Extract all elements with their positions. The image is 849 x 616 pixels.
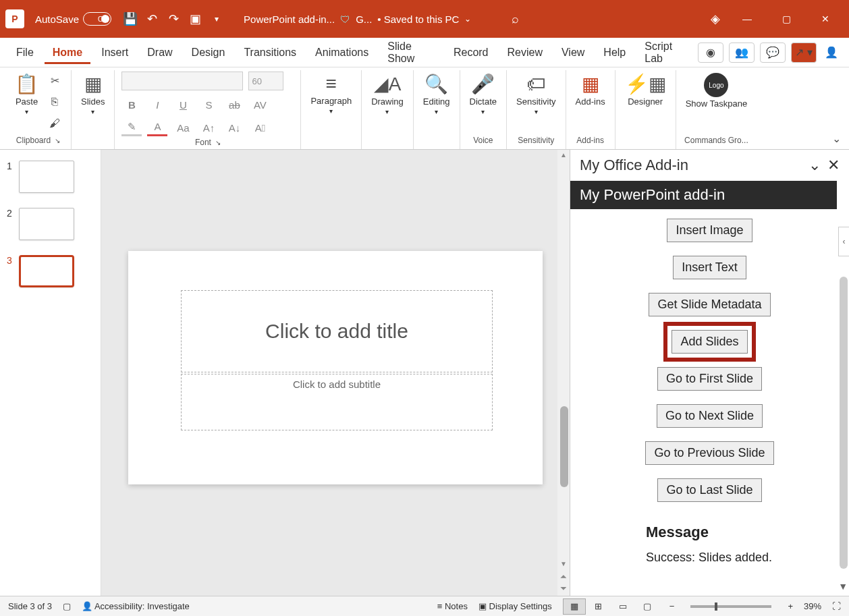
tab-file[interactable]: File bbox=[8, 41, 42, 64]
underline-button[interactable]: U bbox=[173, 96, 193, 113]
display-settings-button[interactable]: ▣ Display Settings bbox=[478, 601, 552, 611]
designer-button[interactable]: ⚡▦Designer bbox=[622, 72, 669, 108]
tab-review[interactable]: Review bbox=[499, 41, 551, 64]
addins-button[interactable]: ▦Add-ins bbox=[573, 72, 608, 108]
accessibility-status[interactable]: 👤 Accessibility: Investigate bbox=[82, 601, 190, 611]
share-button[interactable]: ↗ ▾ bbox=[791, 43, 817, 63]
insert-text-button[interactable]: Insert Text bbox=[673, 256, 746, 279]
autosave-toggle[interactable]: AutoSave Off bbox=[35, 12, 111, 26]
tab-animations[interactable]: Animations bbox=[307, 41, 377, 64]
thumbnail-2[interactable]: 2 bbox=[7, 208, 94, 240]
zoom-slider[interactable] bbox=[690, 605, 771, 608]
sorter-view-icon[interactable]: ⊞ bbox=[587, 598, 610, 615]
get-slide-metadata-button[interactable]: Get Slide Metadata bbox=[649, 293, 770, 316]
save-icon[interactable]: 💾 bbox=[119, 8, 141, 30]
comments-icon[interactable]: 💬 bbox=[760, 43, 786, 63]
scroll-thumb[interactable] bbox=[560, 406, 568, 487]
diamond-icon[interactable]: ◈ bbox=[705, 8, 726, 30]
tab-slideshow[interactable]: Slide Show bbox=[379, 35, 443, 70]
scroll-down-icon[interactable]: ▼ bbox=[560, 560, 567, 567]
chevron-down-icon[interactable]: ⌄ bbox=[809, 157, 821, 174]
font-size-combo[interactable]: 60 bbox=[248, 72, 283, 90]
add-slides-button[interactable]: Add Slides bbox=[672, 330, 747, 354]
slideshow-view-icon[interactable]: ▢ bbox=[636, 598, 659, 615]
chevron-down-icon[interactable]: ⌄ bbox=[464, 14, 471, 24]
clear-format-button[interactable]: A⃠ bbox=[250, 119, 270, 136]
change-case-button[interactable]: Aa bbox=[173, 119, 193, 136]
font-color-button[interactable]: A bbox=[147, 119, 167, 136]
scroll-down-icon[interactable]: ▼ bbox=[838, 581, 848, 592]
go-to-first-slide-button[interactable]: Go to First Slide bbox=[657, 367, 762, 391]
copy-icon[interactable]: ⎘ bbox=[45, 93, 64, 111]
bold-button[interactable]: B bbox=[121, 96, 142, 113]
teams-icon[interactable]: 👥 bbox=[729, 43, 755, 63]
dialog-launcher-icon[interactable]: ↘ bbox=[215, 139, 221, 146]
grow-font-button[interactable]: A↑ bbox=[198, 119, 219, 136]
tab-transitions[interactable]: Transitions bbox=[236, 41, 304, 64]
tab-design[interactable]: Design bbox=[184, 41, 234, 64]
tab-draw[interactable]: Draw bbox=[139, 41, 180, 64]
undo-icon[interactable]: ↶ bbox=[141, 8, 163, 30]
close-button[interactable]: ✕ bbox=[807, 5, 844, 32]
redo-icon[interactable]: ↷ bbox=[163, 8, 184, 30]
toggle-switch[interactable]: Off bbox=[83, 12, 111, 26]
paragraph-button[interactable]: ≡Paragraph▾ bbox=[308, 72, 354, 116]
zoom-level[interactable]: 39% bbox=[804, 601, 821, 611]
cut-icon[interactable]: ✂ bbox=[45, 72, 64, 89]
tab-insert[interactable]: Insert bbox=[93, 41, 136, 64]
language-icon[interactable]: ▢ bbox=[63, 601, 71, 611]
qat-more-icon[interactable]: ▾ bbox=[206, 8, 227, 30]
highlight-button[interactable]: ✎ bbox=[121, 119, 142, 136]
tab-home[interactable]: Home bbox=[45, 41, 90, 64]
dialog-launcher-icon[interactable]: ↘ bbox=[55, 137, 60, 144]
search-icon[interactable]: ⌕ bbox=[512, 12, 519, 26]
format-painter-icon[interactable]: 🖌 bbox=[45, 115, 64, 132]
italic-button[interactable]: I bbox=[147, 96, 167, 113]
dictate-button[interactable]: 🎤Dictate▾ bbox=[467, 72, 499, 117]
show-taskpane-button[interactable]: LogoShow Taskpane bbox=[683, 72, 750, 111]
insert-image-button[interactable]: Insert Image bbox=[667, 219, 752, 242]
save-status[interactable]: • Saved to this PC bbox=[377, 13, 459, 25]
thumbnail-1[interactable]: 1 bbox=[7, 161, 94, 193]
collapse-ribbon-icon[interactable]: ⌄ bbox=[832, 132, 841, 145]
next-slide-icon[interactable]: ⏷ bbox=[559, 584, 568, 593]
normal-view-icon[interactable]: ▦ bbox=[563, 598, 586, 615]
reading-view-icon[interactable]: ▭ bbox=[611, 598, 634, 615]
tab-scriptlab[interactable]: Script Lab bbox=[636, 35, 695, 70]
thumbnail-3[interactable]: 3 bbox=[7, 255, 94, 287]
close-icon[interactable]: ✕ bbox=[827, 157, 840, 174]
zoom-in-button[interactable]: + bbox=[788, 601, 793, 611]
tab-view[interactable]: View bbox=[553, 41, 593, 64]
subtitle-placeholder[interactable]: Click to add subtitle bbox=[181, 374, 493, 430]
taskpane-scrollbar[interactable] bbox=[840, 277, 848, 569]
sensitivity-button[interactable]: 🏷Sensitivity▾ bbox=[514, 72, 559, 117]
drawing-button[interactable]: ◢ADrawing▾ bbox=[368, 72, 406, 117]
zoom-out-button[interactable]: − bbox=[669, 601, 675, 611]
strikethrough-button[interactable]: ab bbox=[224, 96, 244, 113]
prev-slide-icon[interactable]: ⏶ bbox=[559, 571, 568, 581]
title-placeholder[interactable]: Click to add title bbox=[181, 290, 493, 372]
record-icon[interactable]: ◉ bbox=[698, 43, 723, 63]
editing-button[interactable]: 🔍Editing▾ bbox=[420, 72, 453, 117]
slide[interactable]: Click to add title Click to add subtitle bbox=[128, 251, 543, 484]
slide-canvas[interactable]: Click to add title Click to add subtitle… bbox=[101, 150, 570, 596]
slide-counter[interactable]: Slide 3 of 3 bbox=[8, 601, 52, 611]
minimize-button[interactable]: — bbox=[729, 5, 765, 32]
shadow-button[interactable]: S bbox=[198, 96, 219, 113]
scroll-up-icon[interactable]: ▲ bbox=[560, 151, 567, 159]
slides-button[interactable]: ▦ Slides ▾ bbox=[78, 72, 107, 117]
tab-help[interactable]: Help bbox=[595, 41, 634, 64]
user-icon[interactable]: 👤 bbox=[822, 46, 841, 59]
go-to-previous-slide-button[interactable]: Go to Previous Slide bbox=[645, 441, 773, 465]
vertical-scrollbar[interactable]: ▲ ▼ ⏶ ⏷ bbox=[557, 150, 570, 596]
fit-to-window-icon[interactable]: ⛶ bbox=[832, 601, 841, 611]
spacing-button[interactable]: AV bbox=[250, 96, 270, 113]
go-to-next-slide-button[interactable]: Go to Next Slide bbox=[657, 404, 763, 428]
paste-button[interactable]: 📋 Paste ▾ bbox=[12, 72, 41, 117]
shrink-font-button[interactable]: A↓ bbox=[224, 119, 244, 136]
tab-record[interactable]: Record bbox=[445, 41, 497, 64]
go-to-last-slide-button[interactable]: Go to Last Slide bbox=[657, 478, 761, 502]
present-icon[interactable]: ▣ bbox=[184, 8, 206, 30]
notes-button[interactable]: ≡ Notes bbox=[437, 601, 468, 611]
font-family-combo[interactable] bbox=[121, 72, 243, 90]
